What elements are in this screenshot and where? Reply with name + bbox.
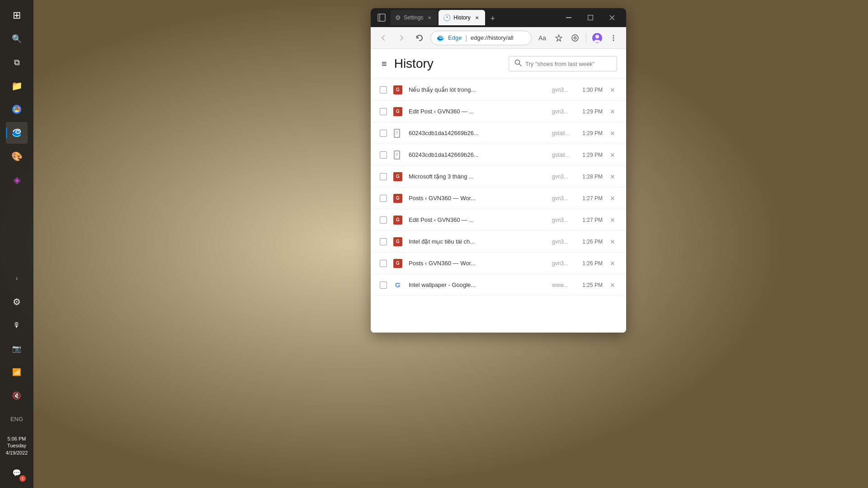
history-item-checkbox[interactable] (380, 216, 387, 224)
back-button[interactable] (376, 31, 391, 45)
history-items-list: G Nếu thấy quần lót trong... gvn3... 1:3… (371, 79, 626, 296)
history-item-favicon (392, 280, 403, 291)
history-item-title: Intel wallpaper - Google... (409, 282, 547, 288)
tab-settings[interactable]: ⚙ Settings ✕ (391, 10, 438, 25)
history-item-delete-button[interactable]: ✕ (608, 237, 617, 246)
settings-taskbar-icon[interactable]: ⚙ (6, 291, 28, 313)
favorites-button[interactable] (552, 31, 566, 45)
history-item-domain: gstati... (552, 152, 570, 158)
history-item-checkbox[interactable] (380, 260, 387, 267)
svg-rect-21 (394, 129, 400, 137)
history-item-delete-button[interactable]: ✕ (608, 281, 617, 290)
history-item-checkbox[interactable] (380, 130, 387, 137)
minimize-button[interactable] (558, 10, 579, 25)
history-item-time: 1:29 PM (576, 152, 603, 158)
history-list-item[interactable]: G Microsoft tặng 3 tháng ... gvn3... 1:2… (371, 166, 626, 188)
doc-favicon-icon (393, 129, 402, 138)
forward-button[interactable] (394, 31, 409, 45)
history-item-delete-button[interactable]: ✕ (608, 85, 617, 94)
address-bar[interactable]: Edge | edge://history/all (430, 31, 532, 45)
search-taskbar-icon[interactable]: 🔍 (6, 28, 28, 50)
history-list-item[interactable]: G Edit Post ‹ GVN360 — ... gvn3... 1:29 … (371, 101, 626, 122)
history-list-item[interactable]: 60243cdb1da142669b26... gstati... 1:29 P… (371, 122, 626, 144)
history-search-box[interactable] (509, 56, 617, 71)
history-item-time: 1:27 PM (576, 217, 603, 223)
edge-taskbar-icon[interactable] (6, 122, 28, 144)
history-list-item[interactable]: G Posts ‹ GVN360 — Wor... gvn3... 1:26 P… (371, 253, 626, 274)
task-view-icon[interactable]: ⧉ (6, 52, 28, 73)
history-item-domain: gvn3... (552, 239, 570, 245)
history-header: ≡ History (371, 49, 626, 79)
tab-history[interactable]: 🕐 History ✕ (439, 10, 485, 25)
history-item-delete-button[interactable]: ✕ (608, 172, 617, 181)
history-menu-button[interactable]: ≡ (380, 57, 389, 71)
history-item-checkbox[interactable] (380, 195, 387, 202)
nav-right-buttons: Aa (535, 31, 621, 45)
volume-taskbar-icon[interactable]: 🔇 (6, 385, 28, 407)
nav-divider (586, 33, 586, 42)
history-item-checkbox[interactable] (380, 238, 387, 245)
close-window-button[interactable] (602, 10, 623, 25)
settings-nav-button[interactable] (568, 31, 582, 45)
svg-point-16 (613, 35, 614, 36)
wifi-taskbar-icon[interactable]: 📶 (6, 361, 28, 383)
history-list-item[interactable]: G Posts ‹ GVN360 — Wor... gvn3... 1:27 P… (371, 188, 626, 209)
close-settings-tab-button[interactable]: ✕ (426, 14, 433, 21)
close-history-tab-button[interactable]: ✕ (473, 14, 481, 21)
tab-bar: ⚙ Settings ✕ 🕐 History ✕ + (391, 10, 557, 25)
browser-window: ⚙ Settings ✕ 🕐 History ✕ + (371, 8, 626, 333)
history-item-delete-button[interactable]: ✕ (608, 150, 617, 160)
history-item-delete-button[interactable]: ✕ (608, 259, 617, 268)
history-item-checkbox[interactable] (380, 86, 387, 94)
history-item-favicon: G (392, 193, 403, 204)
history-list-item[interactable]: 60243cdb1da142669b26... gstati... 1:29 P… (371, 144, 626, 166)
start-button[interactable]: ⊞ (6, 5, 28, 26)
mixer-taskbar-icon[interactable]: ◈ (6, 169, 28, 191)
expand-taskbar-icon[interactable]: › (6, 267, 28, 289)
notification-badge: 1 (19, 475, 26, 482)
history-item-delete-button[interactable]: ✕ (608, 129, 617, 138)
sidebar-toggle-button[interactable] (374, 10, 389, 25)
maximize-button[interactable] (580, 10, 601, 25)
navigation-bar: Edge | edge://history/all Aa (371, 27, 626, 49)
history-item-title: Posts ‹ GVN360 — Wor... (409, 260, 547, 267)
history-item-checkbox[interactable] (380, 151, 387, 159)
history-item-checkbox[interactable] (380, 108, 387, 115)
more-options-button[interactable] (606, 31, 621, 45)
history-item-checkbox[interactable] (380, 282, 387, 289)
history-list-item[interactable]: G Nếu thấy quần lót trong... gvn3... 1:3… (371, 79, 626, 101)
keyboard-taskbar-icon[interactable]: ENG (6, 408, 28, 430)
camera-taskbar-icon[interactable]: 📷 (6, 338, 28, 360)
paint-taskbar-icon[interactable]: 🎨 (6, 145, 28, 167)
profile-button[interactable] (590, 31, 604, 45)
doc-favicon-icon (393, 150, 402, 160)
history-item-favicon: G (392, 258, 403, 269)
history-item-time: 1:29 PM (576, 130, 603, 136)
svg-point-15 (595, 35, 599, 38)
read-aloud-button[interactable]: Aa (535, 31, 550, 45)
settings-tab-icon: ⚙ (395, 14, 401, 21)
svg-point-12 (572, 35, 578, 41)
notification-taskbar-icon[interactable]: 💬 1 (6, 462, 28, 483)
google-favicon-icon (393, 281, 402, 290)
history-item-delete-button[interactable]: ✕ (608, 107, 617, 116)
history-list-item[interactable]: G Intel đặt mục tiêu tái ch... gvn3... 1… (371, 231, 626, 253)
window-controls (558, 10, 623, 25)
history-list-item[interactable]: Intel wallpaper - Google... www... 1:25 … (371, 274, 626, 296)
history-search-input[interactable] (525, 61, 611, 67)
history-item-checkbox[interactable] (380, 173, 387, 180)
history-item-favicon: G (392, 106, 403, 117)
history-item-delete-button[interactable]: ✕ (608, 194, 617, 203)
desktop: ⊞ 🔍 ⧉ 📁 (0, 0, 868, 488)
svg-text:Aa: Aa (538, 34, 546, 42)
history-list-item[interactable]: G Edit Post ‹ GVN360 — ... gvn3... 1:27 … (371, 209, 626, 231)
microphone-taskbar-icon[interactable]: 🎙 (6, 314, 28, 336)
chrome-taskbar-icon[interactable] (6, 99, 28, 120)
gvn-favicon-icon: G (393, 85, 402, 94)
history-item-delete-button[interactable]: ✕ (608, 216, 617, 225)
folder-taskbar-icon[interactable]: 📁 (6, 75, 28, 97)
gvn-favicon-icon: G (393, 237, 402, 246)
history-item-domain: gvn3... (552, 174, 570, 180)
refresh-button[interactable] (412, 31, 427, 45)
new-tab-button[interactable]: + (486, 12, 500, 25)
